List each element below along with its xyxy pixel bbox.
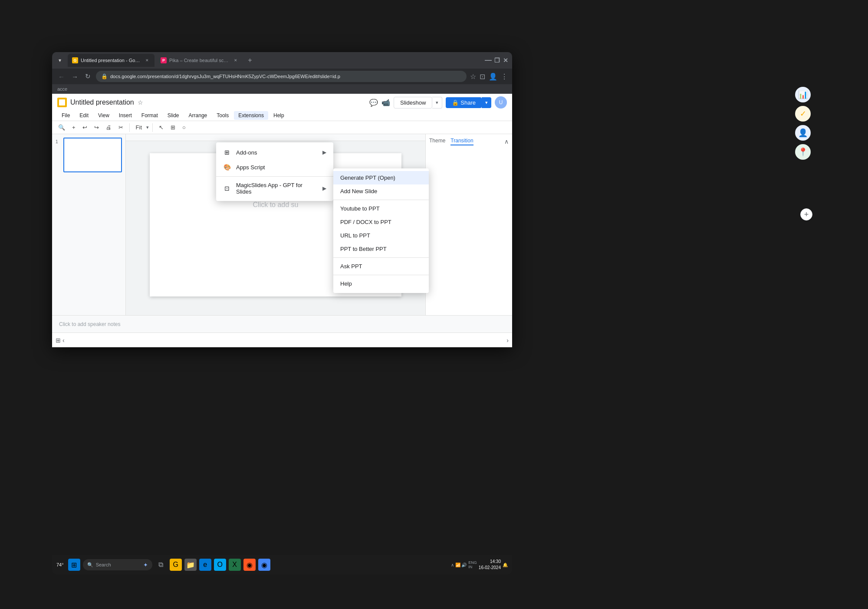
- pdf-ppt-label: PDF / DOCX to PPT: [340, 219, 391, 225]
- tab-1[interactable]: G Untitled presentation - Google ... ✕: [68, 54, 155, 67]
- submenu-item-ask-ppt[interactable]: Ask PPT: [333, 260, 429, 273]
- taskbar-file-icon[interactable]: 📁: [184, 559, 197, 571]
- print-button[interactable]: 🖨: [103, 123, 114, 132]
- menu-arrange[interactable]: Arrange: [184, 111, 212, 120]
- toolbar: 🔍 + ↩ ↪ 🖨 ✂ Fit ▾ ↖ ⊞ ○: [52, 121, 512, 134]
- panel-collapse-icon[interactable]: ∧: [504, 138, 509, 145]
- lock-share-icon: 🔒: [452, 99, 459, 106]
- presentation-title[interactable]: Untitled presentation: [70, 99, 134, 106]
- start-button[interactable]: ⊞: [68, 559, 80, 571]
- profile-icon[interactable]: 👤: [489, 72, 497, 81]
- submenu-divider-2: [333, 257, 429, 258]
- user-avatar[interactable]: U: [495, 96, 507, 109]
- taskbar-chrome2-icon[interactable]: ◉: [258, 559, 270, 571]
- taskbar-office-icon[interactable]: O: [214, 559, 226, 571]
- restore-button[interactable]: ❐: [494, 57, 500, 63]
- select-tool[interactable]: ↖: [156, 123, 166, 132]
- menu-view[interactable]: View: [94, 111, 114, 120]
- sidebar-slides-icon[interactable]: 📊: [795, 87, 811, 102]
- submenu-item-youtube-ppt[interactable]: Youtube to PPT: [333, 202, 429, 215]
- slides-title-row: Untitled presentation ☆ 💬 📹 Slideshow ▾ …: [57, 96, 507, 109]
- tab-dropdown-button[interactable]: ▾: [56, 56, 64, 65]
- taskbar-slides-icon[interactable]: G: [170, 559, 182, 571]
- extensions-icon[interactable]: ⊡: [480, 72, 485, 81]
- submenu-item-add-new-slide[interactable]: Add New Slide: [333, 184, 429, 198]
- menu-file[interactable]: File: [57, 111, 74, 120]
- taskbar-chrome-icon[interactable]: ◉: [243, 559, 256, 571]
- youtube-ppt-label: Youtube to PPT: [340, 205, 380, 212]
- zoom-control[interactable]: +: [69, 123, 78, 132]
- close-button[interactable]: ✕: [503, 57, 509, 63]
- menu-tools[interactable]: Tools: [212, 111, 233, 120]
- menu-extensions[interactable]: Extensions: [234, 111, 268, 120]
- share-button[interactable]: 🔒 Share: [446, 97, 482, 108]
- meet-icon[interactable]: 📹: [381, 99, 390, 107]
- extensions-menu-item-magicslides[interactable]: ⊡ MagicSlides App - GPT for Slides ▶: [216, 178, 333, 198]
- menu-insert[interactable]: Insert: [115, 111, 136, 120]
- comment-icon[interactable]: 💬: [369, 99, 378, 107]
- undo-button[interactable]: ↩: [80, 123, 90, 132]
- sidebar-contacts-icon[interactable]: 👤: [795, 125, 811, 141]
- url-bar[interactable]: 🔒 docs.google.com/presentation/d/1dghrvg…: [96, 71, 467, 82]
- zoom-in-button[interactable]: 🔍: [56, 123, 68, 132]
- panel-tab-transition[interactable]: Transition: [450, 138, 473, 145]
- magicslides-label: MagicSlides App - GPT for Slides: [236, 182, 317, 195]
- menu-format[interactable]: Format: [137, 111, 162, 120]
- taskbar-excel-icon[interactable]: X: [229, 559, 241, 571]
- extensions-menu-item-apps-script[interactable]: 🎨 Apps Script: [216, 160, 333, 174]
- bookmark-icon[interactable]: ☆: [470, 72, 476, 81]
- redo-button[interactable]: ↪: [92, 123, 102, 132]
- share-label: Share: [460, 99, 476, 106]
- paint-format-button[interactable]: ✂: [116, 123, 126, 132]
- sidebar-maps-icon[interactable]: 📍: [795, 144, 811, 160]
- window-controls: — ❐ ✕: [485, 57, 509, 63]
- shape-tool[interactable]: ○: [180, 123, 188, 132]
- submenu-item-ppt-better[interactable]: PPT to Better PPT: [333, 242, 429, 256]
- zoom-fit-button[interactable]: Fit: [133, 123, 145, 132]
- tab-2[interactable]: P Pika – Create beautiful screens... ✕: [156, 54, 243, 67]
- slideshow-dropdown[interactable]: ▾: [432, 97, 442, 109]
- slideshow-button[interactable]: Slideshow: [394, 97, 432, 109]
- taskbar-edge-icon[interactable]: e: [199, 559, 211, 571]
- notification-icon[interactable]: 🔔: [503, 563, 508, 567]
- menu-icon[interactable]: ⋮: [501, 72, 508, 81]
- tab-2-close[interactable]: ✕: [233, 57, 239, 63]
- taskbar-search[interactable]: 🔍 Search ✦: [83, 559, 152, 570]
- taskview-button[interactable]: ⧉: [155, 559, 167, 571]
- back-button[interactable]: ←: [56, 72, 66, 81]
- submenu-item-help[interactable]: Help: [333, 277, 429, 290]
- submenu-item-pdf-ppt[interactable]: PDF / DOCX to PPT: [333, 215, 429, 229]
- extensions-menu-item-addons[interactable]: ⊞ Add-ons ▶: [216, 145, 333, 160]
- submenu-item-generate-ppt[interactable]: Generate PPT (Open): [333, 171, 429, 184]
- sidebar-tasks-icon[interactable]: ✓: [795, 106, 811, 122]
- star-icon[interactable]: ☆: [138, 99, 143, 106]
- text-box-tool[interactable]: ⊞: [168, 123, 178, 132]
- grid-view-icon[interactable]: ⊞: [56, 337, 61, 344]
- tab-1-close[interactable]: ✕: [144, 57, 150, 63]
- slide-1-thumbnail[interactable]: [63, 138, 122, 172]
- search-placeholder: Search: [96, 562, 111, 567]
- menu-help[interactable]: Help: [269, 111, 289, 120]
- magicslides-submenu: Generate PPT (Open) Add New Slide Youtub…: [333, 168, 429, 293]
- taskbar-right: ∧ 📶 🔊 ENG IN 14:30 16-02-2024 🔔: [451, 559, 508, 571]
- zoom-dropdown-arrow[interactable]: ▾: [146, 125, 149, 130]
- toolbar-separator-1: [129, 123, 130, 132]
- share-dropdown[interactable]: ▾: [482, 97, 491, 108]
- menu-slide[interactable]: Slide: [163, 111, 184, 120]
- minimize-button[interactable]: —: [485, 57, 491, 63]
- panel-right-toggle[interactable]: ›: [506, 337, 509, 344]
- speaker-notes[interactable]: Click to add speaker notes: [52, 315, 512, 332]
- add-sidebar-button[interactable]: +: [800, 208, 812, 221]
- menu-edit[interactable]: Edit: [75, 111, 93, 120]
- new-tab-button[interactable]: +: [245, 55, 255, 66]
- temperature-display: 74°: [56, 562, 64, 567]
- submenu-item-url-ppt[interactable]: URL to PPT: [333, 229, 429, 242]
- forward-button[interactable]: →: [70, 72, 80, 81]
- tab-2-title: Pika – Create beautiful screens...: [169, 58, 230, 63]
- panel-left-toggle[interactable]: ‹: [62, 337, 65, 344]
- slides-logo: [57, 98, 67, 107]
- panel-tabs: Theme Transition: [429, 138, 473, 145]
- reload-button[interactable]: ↻: [83, 72, 92, 81]
- ruler-top: [126, 134, 425, 141]
- panel-tab-theme[interactable]: Theme: [429, 138, 445, 145]
